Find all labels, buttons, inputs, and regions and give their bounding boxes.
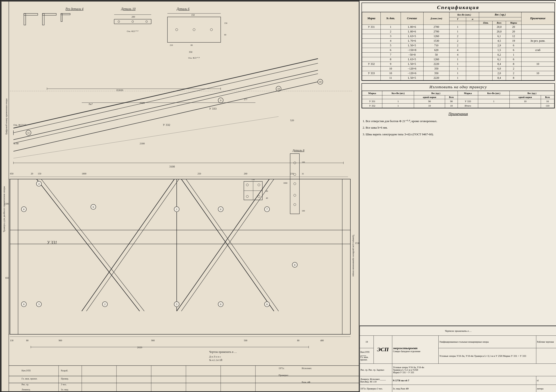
svg-text:2020: 2020 (137, 346, 142, 349)
svg-text:Ленингр.: Ленингр. (22, 388, 31, 391)
svg-text:1530: 1530 (355, 242, 360, 244)
svg-text:1971г.: 1971г. (278, 367, 284, 369)
svg-text:Отв. Ф23⁺⁰·⁶: Отв. Ф23⁺⁰·⁶ (127, 30, 139, 32)
svg-text:480: 480 (320, 339, 324, 342)
svg-text:130: 130 (10, 339, 13, 342)
svg-text:650: 650 (10, 172, 13, 175)
svg-text:У 332: У 332 (163, 123, 170, 126)
svg-text:Зл. мид: Зл. мид (61, 388, 68, 391)
svg-text:150: 150 (252, 178, 255, 181)
prod-row: У 33119090У 33311016 (362, 99, 554, 103)
svg-text:350: 350 (189, 51, 193, 53)
svg-text:8: 8 (294, 263, 295, 266)
ris-gr: Рис. гр. (368, 368, 376, 371)
svg-point-18 (118, 21, 120, 23)
revision-text: тI (537, 379, 539, 382)
svg-rect-5 (24, 13, 38, 15)
notes-title: Примечания (362, 112, 555, 116)
svg-text:3: 3 (38, 303, 40, 306)
svg-text:4: 4 (38, 182, 40, 185)
svg-text:№ 4.1.14 1Й: № 4.1.14 1Й (209, 359, 222, 361)
svg-rect-7 (42, 13, 56, 15)
svg-text:Траверса для двойного применен: Траверса для двойного применения опоры (352, 235, 355, 277)
svg-line-79 (41, 179, 144, 311)
svg-point-19 (132, 21, 134, 23)
prod-row: У 33211010Итого110 (362, 103, 554, 108)
svg-text:1800: 1800 (82, 172, 86, 175)
spec-row: 10−120×635016,02 (362, 66, 554, 71)
svg-text:10: 10 (278, 87, 280, 90)
svg-point-136 (246, 184, 248, 186)
svg-text:150: 150 (191, 14, 195, 16)
svg-line-78 (37, 179, 140, 311)
svg-text:7: 7 (266, 208, 268, 211)
svg-text:Рез детали 4: Рез детали 4 (65, 7, 83, 11)
svg-text:3100: 3100 (169, 165, 175, 168)
spec-row: У 3311L 80×62700120,020 (362, 25, 554, 29)
svg-point-139 (258, 195, 260, 198)
svg-text:500: 500 (244, 339, 247, 342)
svg-line-41 (13, 82, 318, 151)
svg-text:2220: 2220 (140, 102, 145, 104)
svg-text:900: 900 (59, 339, 62, 342)
spec-row: У 3329L 50×5222018,4810 (362, 62, 554, 66)
svg-text:520: 520 (290, 119, 294, 122)
svg-point-151 (294, 204, 296, 206)
svg-text:1060: 1060 (283, 182, 288, 184)
note-item: 2. Все швы h=6 мм. (363, 125, 555, 130)
svg-text:Проверил: Проверил (278, 374, 288, 376)
svg-text:Рн7: Рн7 (89, 103, 93, 105)
svg-text:Разраб.: Разраб. (61, 369, 68, 372)
svg-text:20: 20 (31, 172, 33, 175)
notes-list: 1. Все отверстия для болтов Ф 21⁺⁰·⁶, кр… (362, 118, 555, 137)
svg-text:100: 100 (302, 210, 305, 212)
svg-text:6: 6 (23, 208, 24, 211)
region: Северо-Западное отделение (393, 350, 438, 353)
svg-text:Нач.ОТП: Нач.ОТП (22, 369, 31, 372)
svg-text:Деталь 10: Деталь 10 (121, 7, 135, 11)
main-container: Траверса для двойного применения опоры Ц… (0, 0, 556, 392)
svg-text:260: 260 (244, 172, 247, 175)
svg-text:У 333: У 333 (209, 107, 216, 110)
svg-text:Разн. 4Ф: Разн. 4Ф (302, 381, 310, 384)
svg-text:5: 5 (176, 303, 178, 306)
svg-text:100: 100 (302, 161, 305, 163)
spec-row: 11L 50×5222018,48 (362, 76, 554, 80)
note-item: 3. Швы варить электродом типа Э-42л (ГОС… (363, 132, 555, 137)
svg-text:Отв. Ф23⁺⁰·⁶: Отв. Ф23⁺⁰·⁶ (188, 57, 200, 59)
svg-text:80: 80 (266, 190, 268, 192)
checked-by: 3 чел. (377, 387, 383, 390)
sheet-info (536, 348, 556, 364)
svg-text:2180: 2180 (140, 142, 145, 145)
svg-text:№ 88: № 88 (13, 142, 19, 145)
technical-drawing: Траверса для двойного применения опоры Ц… (1, 1, 360, 392)
svg-point-150 (294, 194, 296, 196)
production-section: Изготовить на одну траверсу Марка Кол-Во… (362, 83, 555, 109)
svg-text:35: 35 (302, 172, 304, 175)
specification-section: Спецификация Марка № дет. Сечение Длина … (362, 3, 555, 81)
svg-text:У 331: У 331 (47, 240, 57, 245)
svg-text:150: 150 (38, 172, 41, 175)
svg-text:250: 250 (198, 172, 201, 175)
svg-line-80 (82, 179, 174, 311)
svg-text:200: 200 (131, 16, 135, 18)
svg-line-40 (13, 74, 318, 143)
svg-text:Траверса для двойного применен: Траверса для двойного применения опоры (3, 186, 5, 232)
drawing-type: Рабочие чертежи (536, 336, 556, 348)
svg-text:11: 11 (27, 131, 30, 134)
svg-text:210: 210 (290, 172, 294, 175)
svg-text:Провер.: Провер. (61, 377, 69, 380)
spec-row: 7−50×85040,21 (362, 53, 554, 57)
svg-point-28 (210, 29, 213, 31)
svg-text:6: 6 (266, 303, 268, 306)
svg-text:Исполнит.: Исполнит. (302, 367, 312, 369)
svg-point-27 (193, 29, 195, 31)
svg-text:Чертеж применить в …: Чертеж применить в … (209, 350, 237, 353)
svg-text:150: 150 (224, 22, 227, 24)
svg-text:Рис. гр.: Рис. гр. (22, 383, 29, 386)
svg-rect-89 (10, 179, 18, 334)
note-item: 1. Все отверстия для болтов Ф 21⁺⁰·⁶, кр… (363, 118, 555, 124)
svg-text:80: 80 (191, 44, 193, 46)
svg-text:9: 9 (220, 99, 221, 102)
svg-text:40: 40 (266, 197, 268, 199)
